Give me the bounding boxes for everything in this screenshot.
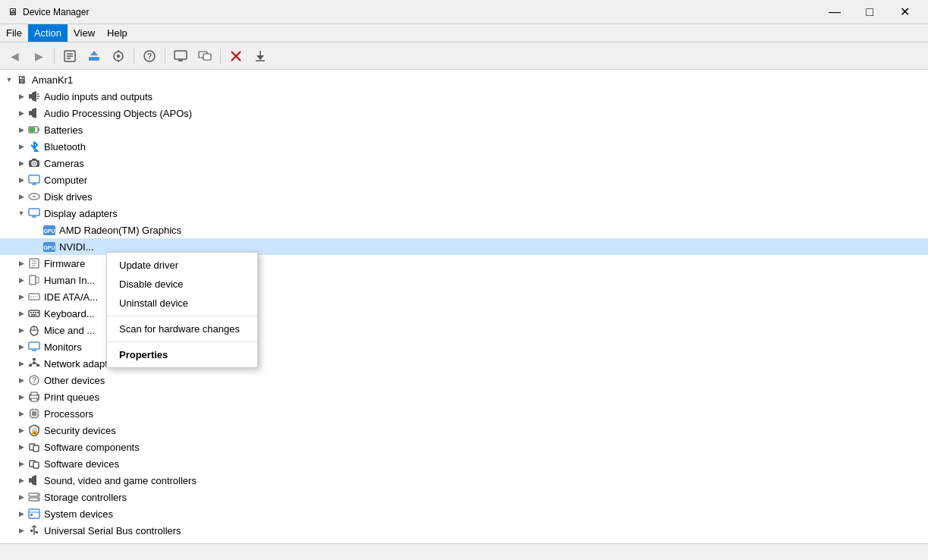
toggle-security[interactable]: ▶	[15, 424, 27, 436]
toggle-usb[interactable]: ▶	[15, 524, 27, 536]
toggle-ide[interactable]: ▶	[15, 291, 27, 303]
close-button[interactable]: ✕	[887, 0, 922, 24]
uninstall-button[interactable]	[249, 46, 272, 67]
properties-button[interactable]	[58, 46, 81, 67]
toggle-cameras[interactable]: ▶	[15, 157, 27, 169]
label-firmware: Firmware	[44, 258, 85, 269]
svg-rect-29	[30, 127, 35, 132]
toggle-processors[interactable]: ▶	[15, 407, 27, 420]
svg-rect-16	[203, 54, 211, 60]
maximize-button[interactable]: □	[852, 0, 887, 24]
toggle-other[interactable]: ▶	[15, 374, 27, 386]
menu-action[interactable]: Action	[28, 24, 68, 42]
toggle-storage[interactable]: ▶	[15, 491, 27, 503]
tree-item-bluetooth[interactable]: ▶ Bluetooth	[0, 138, 928, 155]
tree-item-other[interactable]: ▶ ? Other devices	[0, 372, 928, 389]
label-hid: Human In...	[44, 275, 95, 286]
label-disk: Disk drives	[44, 191, 93, 203]
display-2-button[interactable]	[193, 46, 216, 67]
svg-rect-102	[29, 509, 39, 518]
context-menu-properties[interactable]: Properties	[107, 345, 257, 364]
svg-point-101	[37, 499, 39, 500]
toggle-display[interactable]: ▼	[15, 207, 27, 219]
label-storage: Storage controllers	[44, 492, 127, 503]
context-menu-scan-hardware[interactable]: Scan for hardware changes	[107, 319, 257, 338]
tree-item-disk[interactable]: ▶ Disk drives	[0, 188, 928, 205]
toggle-software-comp[interactable]: ▶	[15, 441, 27, 453]
svg-rect-94	[33, 445, 39, 451]
toggle-keyboard[interactable]: ▶	[15, 307, 27, 319]
toggle-firmware[interactable]: ▶	[15, 257, 27, 269]
icon-nvidia: GPU	[42, 240, 56, 253]
tree-item-cameras[interactable]: ▶ Cameras	[0, 155, 928, 171]
forward-button[interactable]: ▶	[27, 46, 50, 67]
tree-item-usb[interactable]: ▶ Universal Serial Bus controllers	[0, 522, 928, 539]
icon-disk	[27, 190, 41, 203]
svg-rect-53	[36, 277, 39, 283]
scan-changes-button[interactable]	[107, 46, 130, 67]
icon-ide	[27, 290, 41, 304]
tree-item-sound[interactable]: ▶ Sound, video and game controllers	[0, 472, 928, 489]
toggle-audio[interactable]: ▶	[15, 90, 27, 102]
svg-rect-41	[29, 209, 39, 216]
context-menu-disable-device[interactable]: Disable device	[107, 275, 257, 294]
toggle-network[interactable]: ▶	[15, 357, 27, 370]
tree-item-print[interactable]: ▶ Print queues	[0, 389, 928, 405]
tree-item-amd[interactable]: ▶ GPU AMD Radeon(TM) Graphics	[0, 222, 928, 238]
title-bar: 🖥 Device Manager — □ ✕	[0, 0, 928, 24]
svg-rect-81	[31, 398, 37, 401]
tree-item-security[interactable]: ▶ 🔒 Security devices	[0, 422, 928, 439]
remove-button[interactable]	[225, 46, 247, 67]
svg-rect-72	[36, 364, 39, 367]
tree-item-processors[interactable]: ▶ Processors	[0, 405, 928, 422]
tree-item-batteries[interactable]: ▶ Batteries	[0, 121, 928, 138]
toggle-monitors[interactable]: ▶	[15, 341, 27, 353]
toggle-batteries[interactable]: ▶	[15, 124, 27, 136]
menu-view[interactable]: View	[68, 24, 101, 42]
label-audio: Audio inputs and outputs	[44, 91, 153, 102]
icon-software-comp	[27, 440, 41, 454]
label-ide: IDE ATA/A...	[44, 291, 98, 303]
icon-apo	[27, 106, 41, 120]
svg-rect-73	[33, 358, 36, 360]
toggle-system[interactable]: ▶	[15, 508, 27, 520]
toggle-root[interactable]: ▼	[3, 74, 15, 86]
label-other: Other devices	[44, 375, 105, 386]
icon-security: 🔒	[27, 423, 41, 437]
tree-item-software-dev[interactable]: ▶ Software devices	[0, 455, 928, 472]
tree-item-display[interactable]: ▼ Display adapters	[0, 205, 928, 222]
toggle-bluetooth[interactable]: ▶	[15, 140, 27, 153]
menu-help[interactable]: Help	[101, 24, 134, 42]
label-sound: Sound, video and game controllers	[44, 475, 197, 486]
label-software-dev: Software devices	[44, 458, 119, 470]
toggle-hid[interactable]: ▶	[15, 274, 27, 286]
toolbar-sep-1	[54, 49, 55, 64]
minimize-button[interactable]: —	[817, 0, 852, 24]
display-1-button[interactable]	[169, 46, 192, 67]
tree-item-storage[interactable]: ▶ Storage controllers	[0, 489, 928, 505]
label-root: AmanKr1	[32, 74, 73, 86]
toggle-computer[interactable]: ▶	[15, 174, 27, 186]
update-driver-toolbar-button[interactable]	[83, 46, 105, 67]
tree-item-system[interactable]: ▶ System devices	[0, 505, 928, 522]
svg-text:GPU: GPU	[43, 245, 55, 250]
toggle-sound[interactable]: ▶	[15, 474, 27, 486]
tree-item-root[interactable]: ▼ 🖥 AmanKr1	[0, 71, 928, 88]
toggle-mice[interactable]: ▶	[15, 324, 27, 336]
tree-item-apo[interactable]: ▶ Audio Processing Objects (APOs)	[0, 105, 928, 121]
back-button[interactable]: ◀	[3, 46, 26, 67]
toggle-print[interactable]: ▶	[15, 391, 27, 403]
svg-rect-80	[31, 392, 37, 395]
toggle-disk[interactable]: ▶	[15, 190, 27, 203]
tree-item-computer[interactable]: ▶ Computer	[0, 171, 928, 188]
svg-rect-70	[29, 364, 32, 367]
toggle-apo[interactable]: ▶	[15, 107, 27, 119]
context-menu-update-driver[interactable]: Update driver	[107, 256, 257, 275]
help-button[interactable]: ?	[138, 46, 161, 67]
context-menu-uninstall-device[interactable]: Uninstall device	[107, 294, 257, 313]
menu-file[interactable]: File	[0, 24, 28, 42]
tree-item-software-comp[interactable]: ▶ Software components	[0, 439, 928, 455]
svg-rect-83	[32, 411, 36, 416]
tree-item-audio[interactable]: ▶ Audio inputs and outputs	[0, 88, 928, 105]
toggle-software-dev[interactable]: ▶	[15, 458, 27, 470]
